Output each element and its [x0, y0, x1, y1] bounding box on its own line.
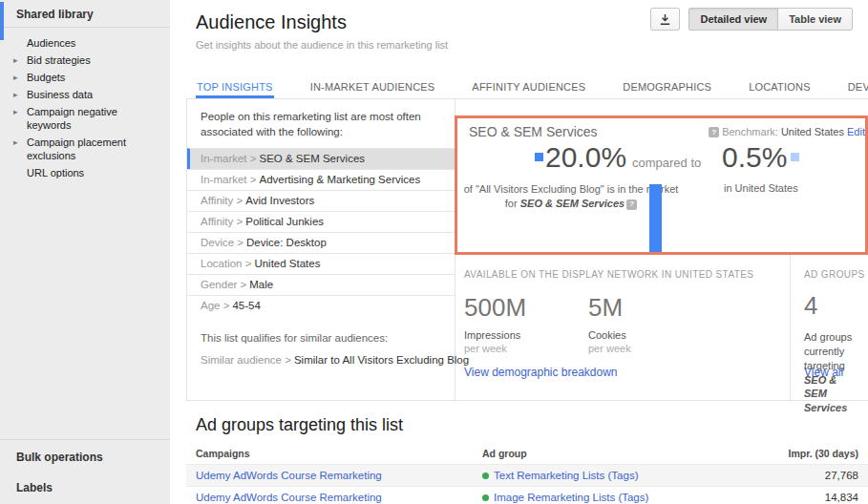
column-header-campaigns[interactable]: Campaigns: [196, 448, 482, 459]
page-header: Audience Insights Get insights about the…: [170, 0, 868, 76]
audience-value: United States: [254, 258, 320, 269]
disclosure-triangle-icon: ▸: [13, 88, 18, 101]
audience-item-device-desktop[interactable]: Device >Device: Desktop: [187, 232, 455, 253]
insight-card: SEO & SEM Services ?Benchmark: United St…: [456, 99, 868, 255]
insights-panel: People on this remarketing list are most…: [186, 99, 868, 401]
audience-item-united-states[interactable]: Location >United States: [187, 253, 455, 274]
help-icon[interactable]: ?: [626, 200, 637, 210]
tab-in-market-audiences[interactable]: IN-MARKET AUDIENCES: [309, 77, 436, 98]
impressions-label: Impressions: [464, 329, 588, 341]
sidebar-item-url-options[interactable]: URL options: [0, 164, 170, 181]
sidebar-item-label: URL options: [27, 167, 84, 178]
sidebar-item-business-data[interactable]: ▸Business data: [0, 86, 170, 103]
page-title: Audience Insights: [196, 11, 347, 33]
impressions-cell: 27,768: [744, 470, 858, 481]
similar-audiences-block: This list qualifies for similar audience…: [187, 316, 455, 366]
ad-group-link[interactable]: Text Remarketing Lists (Tags): [494, 470, 638, 481]
audience-detail: SEO & SEM Services ?Benchmark: United St…: [456, 99, 868, 400]
similar-audience-item[interactable]: Similar audience >Similar to All Visitor…: [201, 354, 441, 366]
download-icon: [659, 13, 671, 26]
benchmark-percentage: 0.5%: [722, 141, 799, 174]
impressions-sublabel: per week: [464, 343, 588, 354]
sidebar-item-label: Audiences: [27, 37, 75, 49]
audience-category: Affinity >: [201, 195, 243, 206]
column-header-impressions[interactable]: Impr. (30 days): [744, 448, 858, 459]
audience-insights-screen: { "icons": { "help": "?", "disclosure": …: [0, 0, 868, 504]
audience-list: People on this remarketing list are most…: [187, 99, 455, 400]
sidebar-item-campaign-negative-keywords[interactable]: ▸Campaign negative keywords: [0, 103, 170, 134]
sidebar-item-budgets[interactable]: ▸Budgets: [0, 69, 170, 86]
table-view-button[interactable]: Table view: [777, 8, 853, 31]
sidebar-item-labels[interactable]: Labels: [0, 466, 170, 504]
audience-value: Male: [249, 279, 273, 290]
download-button[interactable]: [650, 8, 680, 31]
column-header-ad-group[interactable]: Ad group: [482, 448, 744, 459]
campaign-cell: Udemy AdWords Course Remarketing: [196, 492, 482, 503]
tab-devices[interactable]: DEVICES: [847, 77, 868, 98]
audience-item-advertising-marketing[interactable]: In-market >Advertising & Marketing Servi…: [187, 169, 455, 190]
header-actions: Detailed view Table view: [650, 8, 853, 31]
impressions-value: 500M: [464, 293, 588, 323]
view-demographic-breakdown-link[interactable]: View demographic breakdown: [464, 366, 618, 379]
benchmark-edit-link[interactable]: Edit: [847, 126, 865, 137]
availability-section: AVAILABLE ON THE DISPLAY NETWORK IN UNIT…: [456, 255, 791, 400]
audience-item-male[interactable]: Gender >Male: [187, 274, 455, 295]
ad-groups-count: 4: [792, 280, 868, 321]
ad-groups-header: AD GROUPS: [792, 255, 868, 280]
audience-item-political-junkies[interactable]: Affinity >Political Junkies: [187, 211, 455, 232]
main-content: Audience Insights Get insights about the…: [170, 0, 868, 504]
audience-item-seo-sem-services[interactable]: In-market >SEO & SEM Services: [187, 148, 455, 169]
sidebar-nav: Audiences ▸Bid strategies ▸Budgets ▸Busi…: [0, 28, 170, 181]
page-subtitle: Get insights about the audience in this …: [196, 39, 448, 51]
table-header-row: Campaigns Ad group Impr. (30 days): [186, 445, 868, 464]
benchmark-series-swatch: [791, 153, 799, 161]
cookies-stat: 5M Cookies per week: [588, 293, 712, 354]
sidebar-item-campaign-placement-exclusions[interactable]: ▸Campaign placement exclusions: [0, 134, 170, 164]
audience-value: Similar to All Visitors Excluding Blog: [294, 354, 469, 366]
view-all-link[interactable]: View all: [804, 366, 843, 379]
sidebar-bottom: Bulk operations Labels: [0, 439, 170, 504]
tab-demographics[interactable]: DEMOGRAPHICS: [622, 77, 712, 98]
campaign-cell: Udemy AdWords Course Remarketing: [196, 470, 482, 481]
sidebar-item-bulk-operations[interactable]: Bulk operations: [0, 440, 170, 466]
sidebar-item-bid-strategies[interactable]: ▸Bid strategies: [0, 52, 170, 69]
disclosure-triangle-icon: ▸: [13, 53, 18, 67]
audience-category: Gender >: [201, 279, 246, 290]
audience-list-intro: People on this remarketing list are most…: [187, 99, 455, 148]
cookies-label: Cookies: [588, 329, 712, 341]
benchmark-label: Benchmark:: [722, 126, 778, 137]
audience-value: Political Junkies: [245, 216, 324, 227]
sidebar-item-audiences[interactable]: Audiences: [0, 34, 170, 52]
comparison-bar-chart-primary-bar: [649, 184, 662, 255]
ad-group-link[interactable]: Image Remarketing Lists (Tags): [494, 492, 648, 503]
table-row: Udemy AdWords Course Remarketing Image R…: [186, 486, 868, 504]
audience-category: In-market >: [201, 153, 256, 164]
audience-value: SEO & SEM Services: [259, 153, 365, 164]
ad-groups-table-section: Ad groups targeting this list Campaigns …: [186, 410, 868, 504]
ad-group-cell: Image Remarketing Lists (Tags): [482, 492, 744, 503]
primary-percentage: 20.0%: [535, 141, 626, 174]
audience-category: Age >: [201, 300, 229, 311]
tab-locations[interactable]: LOCATIONS: [748, 77, 812, 98]
tab-top-insights[interactable]: TOP INSIGHTS: [196, 77, 274, 98]
disclosure-triangle-icon: ▸: [13, 136, 18, 149]
impressions-stat: 500M Impressions per week: [464, 293, 588, 354]
availability-header: AVAILABLE ON THE DISPLAY NETWORK IN UNIT…: [456, 255, 790, 280]
detailed-view-button[interactable]: Detailed view: [688, 8, 778, 31]
ad-groups-description-audience: SEO & SEM Services: [804, 374, 847, 414]
tab-affinity-audiences[interactable]: AFFINITY AUDIENCES: [471, 77, 586, 98]
campaign-link[interactable]: Udemy AdWords Course Remarketing: [196, 470, 382, 481]
sidebar-title: Shared library: [0, 0, 170, 28]
enabled-status-icon: [482, 472, 489, 479]
audience-item-age-45-54[interactable]: Age >45-54: [187, 295, 455, 316]
benchmark-percentage-value: 0.5%: [722, 141, 787, 173]
enabled-status-icon: [482, 494, 489, 501]
primary-percentage-value: 20.0%: [545, 141, 626, 173]
help-icon[interactable]: ?: [709, 127, 719, 137]
audience-item-avid-investors[interactable]: Affinity >Avid Investors: [187, 190, 455, 211]
sidebar-item-label: Business data: [27, 89, 93, 100]
audience-value: Device: Desktop: [246, 237, 327, 248]
audience-category: Affinity >: [201, 216, 243, 227]
insight-card-title: SEO & SEM Services: [469, 124, 598, 139]
campaign-link[interactable]: Udemy AdWords Course Remarketing: [196, 492, 382, 503]
